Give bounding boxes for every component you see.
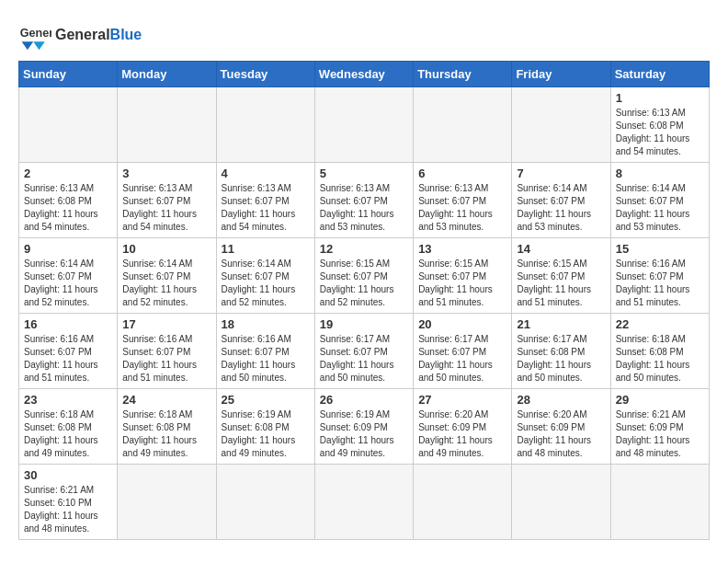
day-number: 12 [320, 242, 408, 256]
day-number: 11 [222, 242, 310, 256]
calendar-day-cell: 7Sunrise: 6:14 AM Sunset: 6:07 PM Daylig… [512, 163, 610, 238]
calendar-day-cell: 11Sunrise: 6:14 AM Sunset: 6:07 PM Dayli… [216, 238, 314, 314]
day-info: Sunrise: 6:14 AM Sunset: 6:07 PM Dayligh… [222, 258, 310, 309]
day-number: 8 [616, 167, 704, 180]
day-info: Sunrise: 6:16 AM Sunset: 6:07 PM Dayligh… [24, 333, 112, 385]
day-info: Sunrise: 6:15 AM Sunset: 6:07 PM Dayligh… [517, 258, 605, 309]
calendar-day-cell: 17Sunrise: 6:16 AM Sunset: 6:07 PM Dayli… [118, 314, 216, 389]
day-number: 13 [418, 242, 506, 256]
day-info: Sunrise: 6:13 AM Sunset: 6:08 PM Dayligh… [24, 182, 112, 234]
svg-text:General: General [20, 27, 51, 40]
logo-icon: General [18, 18, 51, 52]
day-of-week-header: Wednesday [314, 62, 413, 87]
day-number: 30 [24, 468, 112, 482]
day-info: Sunrise: 6:17 AM Sunset: 6:07 PM Dayligh… [320, 333, 408, 385]
day-number: 28 [517, 393, 605, 407]
day-info: Sunrise: 6:14 AM Sunset: 6:07 PM Dayligh… [517, 182, 605, 234]
calendar-day-cell: 28Sunrise: 6:20 AM Sunset: 6:09 PM Dayli… [512, 389, 610, 465]
day-number: 9 [24, 242, 112, 256]
day-info: Sunrise: 6:16 AM Sunset: 6:07 PM Dayligh… [616, 258, 704, 309]
calendar-week-row: 30Sunrise: 6:21 AM Sunset: 6:10 PM Dayli… [19, 465, 710, 540]
calendar-day-cell: 5Sunrise: 6:13 AM Sunset: 6:07 PM Daylig… [314, 163, 413, 238]
day-number: 15 [616, 242, 704, 256]
day-number: 26 [320, 393, 408, 407]
calendar-table: SundayMondayTuesdayWednesdayThursdayFrid… [18, 61, 710, 540]
page-header: General GeneralBlue [18, 18, 710, 52]
calendar-day-cell [118, 465, 216, 540]
day-info: Sunrise: 6:16 AM Sunset: 6:07 PM Dayligh… [122, 333, 210, 385]
calendar-day-cell: 12Sunrise: 6:15 AM Sunset: 6:07 PM Dayli… [314, 238, 413, 314]
calendar-day-cell: 14Sunrise: 6:15 AM Sunset: 6:07 PM Dayli… [512, 238, 610, 314]
calendar-week-row: 16Sunrise: 6:16 AM Sunset: 6:07 PM Dayli… [19, 314, 710, 389]
day-of-week-header: Thursday [414, 62, 512, 87]
day-number: 18 [222, 317, 310, 331]
day-info: Sunrise: 6:13 AM Sunset: 6:07 PM Dayligh… [122, 182, 210, 234]
day-info: Sunrise: 6:19 AM Sunset: 6:09 PM Dayligh… [320, 408, 408, 460]
day-number: 5 [320, 167, 408, 180]
day-info: Sunrise: 6:13 AM Sunset: 6:07 PM Dayligh… [320, 182, 408, 234]
day-info: Sunrise: 6:15 AM Sunset: 6:07 PM Dayligh… [418, 258, 506, 309]
calendar-day-cell: 6Sunrise: 6:13 AM Sunset: 6:07 PM Daylig… [414, 163, 512, 238]
day-of-week-header: Tuesday [216, 62, 314, 87]
calendar-day-cell [414, 465, 512, 540]
calendar-day-cell: 24Sunrise: 6:18 AM Sunset: 6:08 PM Dayli… [118, 389, 216, 465]
calendar-week-row: 2Sunrise: 6:13 AM Sunset: 6:08 PM Daylig… [19, 163, 710, 238]
calendar-day-cell: 8Sunrise: 6:14 AM Sunset: 6:07 PM Daylig… [610, 163, 709, 238]
day-info: Sunrise: 6:14 AM Sunset: 6:07 PM Dayligh… [122, 258, 210, 309]
day-info: Sunrise: 6:18 AM Sunset: 6:08 PM Dayligh… [616, 333, 704, 385]
calendar-day-cell: 30Sunrise: 6:21 AM Sunset: 6:10 PM Dayli… [19, 465, 118, 540]
calendar-day-cell: 29Sunrise: 6:21 AM Sunset: 6:09 PM Dayli… [610, 389, 709, 465]
calendar-day-cell: 13Sunrise: 6:15 AM Sunset: 6:07 PM Dayli… [414, 238, 512, 314]
day-number: 4 [222, 167, 310, 180]
calendar-day-cell: 20Sunrise: 6:17 AM Sunset: 6:07 PM Dayli… [414, 314, 512, 389]
day-info: Sunrise: 6:14 AM Sunset: 6:07 PM Dayligh… [616, 182, 704, 234]
calendar-day-cell: 16Sunrise: 6:16 AM Sunset: 6:07 PM Dayli… [19, 314, 118, 389]
logo: General GeneralBlue [18, 18, 142, 52]
calendar-week-row: 9Sunrise: 6:14 AM Sunset: 6:07 PM Daylig… [19, 238, 710, 314]
calendar-day-cell [314, 465, 413, 540]
day-info: Sunrise: 6:14 AM Sunset: 6:07 PM Dayligh… [24, 258, 112, 309]
day-number: 2 [24, 167, 112, 180]
day-of-week-header: Sunday [19, 62, 118, 87]
day-info: Sunrise: 6:20 AM Sunset: 6:09 PM Dayligh… [517, 408, 605, 460]
day-info: Sunrise: 6:13 AM Sunset: 6:07 PM Dayligh… [418, 182, 506, 234]
calendar-day-cell [19, 87, 118, 163]
day-number: 6 [418, 167, 506, 180]
svg-marker-2 [33, 41, 45, 50]
calendar-day-cell [414, 87, 512, 163]
day-info: Sunrise: 6:21 AM Sunset: 6:09 PM Dayligh… [616, 408, 704, 460]
day-info: Sunrise: 6:17 AM Sunset: 6:07 PM Dayligh… [418, 333, 506, 385]
calendar-day-cell: 25Sunrise: 6:19 AM Sunset: 6:08 PM Dayli… [216, 389, 314, 465]
calendar-week-row: 23Sunrise: 6:18 AM Sunset: 6:08 PM Dayli… [19, 389, 710, 465]
calendar-week-row: 1Sunrise: 6:13 AM Sunset: 6:08 PM Daylig… [19, 87, 710, 163]
day-number: 22 [616, 317, 704, 331]
calendar-day-cell: 21Sunrise: 6:17 AM Sunset: 6:08 PM Dayli… [512, 314, 610, 389]
calendar-day-cell: 19Sunrise: 6:17 AM Sunset: 6:07 PM Dayli… [314, 314, 413, 389]
logo-text: GeneralBlue [55, 27, 142, 43]
calendar-day-cell [118, 87, 216, 163]
day-info: Sunrise: 6:13 AM Sunset: 6:08 PM Dayligh… [616, 107, 704, 158]
day-number: 25 [222, 393, 310, 407]
day-number: 21 [517, 317, 605, 331]
day-info: Sunrise: 6:17 AM Sunset: 6:08 PM Dayligh… [517, 333, 605, 385]
calendar-day-cell: 26Sunrise: 6:19 AM Sunset: 6:09 PM Dayli… [314, 389, 413, 465]
day-of-week-header: Saturday [610, 62, 709, 87]
calendar-day-cell: 10Sunrise: 6:14 AM Sunset: 6:07 PM Dayli… [118, 238, 216, 314]
day-number: 10 [122, 242, 210, 256]
day-number: 29 [616, 393, 704, 407]
day-number: 17 [122, 317, 210, 331]
calendar-day-cell: 3Sunrise: 6:13 AM Sunset: 6:07 PM Daylig… [118, 163, 216, 238]
calendar-day-cell: 22Sunrise: 6:18 AM Sunset: 6:08 PM Dayli… [610, 314, 709, 389]
day-info: Sunrise: 6:19 AM Sunset: 6:08 PM Dayligh… [222, 408, 310, 460]
calendar-day-cell: 27Sunrise: 6:20 AM Sunset: 6:09 PM Dayli… [414, 389, 512, 465]
day-number: 19 [320, 317, 408, 331]
calendar-day-cell [216, 465, 314, 540]
day-number: 14 [517, 242, 605, 256]
calendar-day-cell [314, 87, 413, 163]
calendar-day-cell: 1Sunrise: 6:13 AM Sunset: 6:08 PM Daylig… [610, 87, 709, 163]
calendar-day-cell [512, 465, 610, 540]
calendar-day-cell: 4Sunrise: 6:13 AM Sunset: 6:07 PM Daylig… [216, 163, 314, 238]
calendar-day-cell: 15Sunrise: 6:16 AM Sunset: 6:07 PM Dayli… [610, 238, 709, 314]
day-number: 3 [122, 167, 210, 180]
calendar-day-cell [216, 87, 314, 163]
